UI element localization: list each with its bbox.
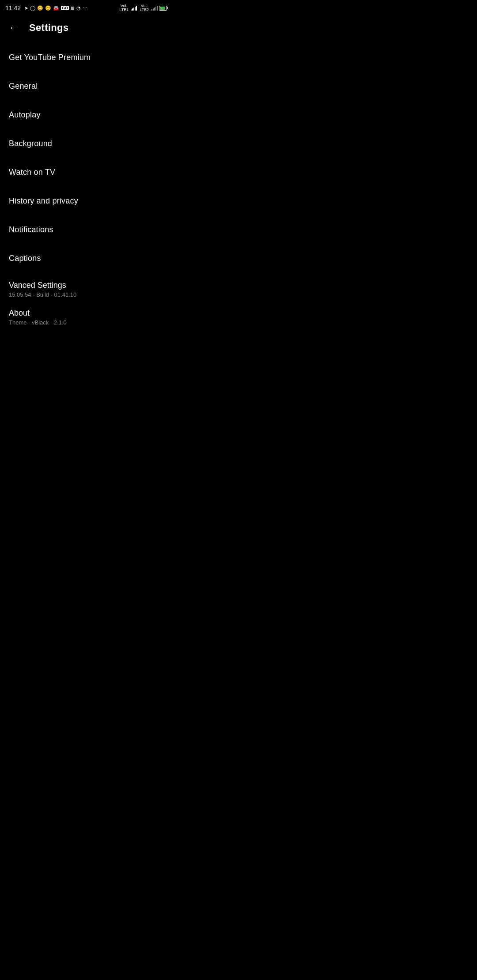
vanced-title: Vanced Settings (9, 281, 163, 290)
captions-label: Captions (9, 254, 163, 263)
settings-item-watch-on-tv[interactable]: Watch on TV (0, 158, 172, 187)
vanced-subtitle: 15.05.54 - Build - 01.41.10 (9, 291, 163, 298)
signal2-bars (151, 5, 158, 11)
signal1-bars (131, 5, 137, 11)
smiley2-icon: 😊 (45, 5, 51, 11)
status-bar-right: VoL LTE1 VoL LTE2 (119, 4, 167, 12)
status-time: 11:42 (5, 4, 21, 11)
watch-on-tv-label: Watch on TV (9, 168, 163, 177)
go-icon: GO (61, 6, 69, 10)
settings-item-captions[interactable]: Captions (0, 244, 172, 273)
about-subtitle: Theme - vBlack - 2.1.0 (9, 319, 163, 326)
settings-item-youtube-premium[interactable]: Get YouTube Premium (0, 43, 172, 72)
notifications-label: Notifications (9, 225, 163, 234)
settings-item-history-privacy[interactable]: History and privacy (0, 187, 172, 215)
settings-item-general[interactable]: General (0, 72, 172, 101)
nav-icon: ➤ (24, 5, 28, 11)
general-label: General (9, 82, 163, 91)
settings-item-autoplay[interactable]: Autoplay (0, 101, 172, 129)
settings-item-vanced[interactable]: Vanced Settings 15.05.54 - Build - 01.41… (0, 273, 172, 301)
lte2-label: LTE2 (140, 8, 149, 12)
settings-item-background[interactable]: Background (0, 129, 172, 158)
lte1-label: LTE1 (119, 8, 129, 12)
smiley-icon: 😀 (37, 5, 43, 11)
back-button[interactable]: ← (7, 21, 20, 34)
circle-icon: ◯ (30, 5, 35, 11)
settings-item-about[interactable]: About Theme - vBlack - 2.1.0 (0, 301, 172, 334)
app-header: ← Settings (0, 16, 172, 40)
paytm-icon: ▩ (71, 6, 75, 10)
history-privacy-label: History and privacy (9, 196, 163, 206)
page-title: Settings (29, 22, 68, 34)
status-bar: 11:42 ➤ ◯ 😀 😊 🚘 GO ▩ ◔ ⋯ VoL LTE1 VoL LT… (0, 0, 172, 16)
autoplay-label: Autoplay (9, 110, 163, 120)
background-label: Background (9, 139, 163, 148)
more-icon: ⋯ (83, 5, 87, 11)
about-title: About (9, 309, 163, 318)
airtel-icon: ◔ (76, 5, 81, 11)
car-icon: 🚘 (53, 5, 59, 11)
youtube-premium-label: Get YouTube Premium (9, 53, 163, 62)
settings-item-notifications[interactable]: Notifications (0, 215, 172, 244)
settings-list: Get YouTube Premium General Autoplay Bac… (0, 40, 172, 337)
battery-icon (159, 6, 167, 11)
status-bar-left: 11:42 ➤ ◯ 😀 😊 🚘 GO ▩ ◔ ⋯ (5, 4, 87, 11)
back-arrow-icon: ← (9, 22, 19, 33)
